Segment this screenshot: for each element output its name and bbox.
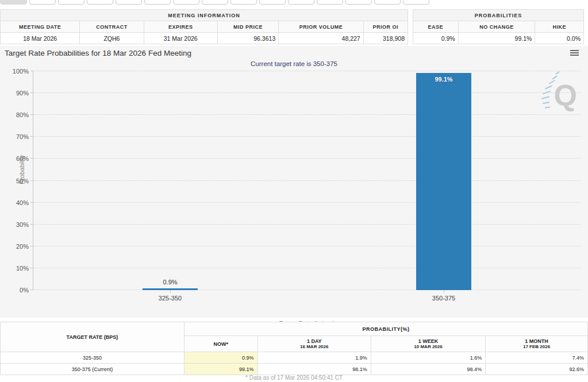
col-header-prior-oi: PRIOR OI bbox=[363, 21, 408, 33]
y-tick-label: 0% bbox=[1, 287, 29, 294]
gridline bbox=[33, 180, 581, 181]
meeting-information-title: MEETING INFORMATION bbox=[1, 10, 408, 21]
bar-value-label: 0.9% bbox=[143, 279, 198, 285]
hamburger-menu-icon[interactable] bbox=[570, 50, 579, 56]
day-cell: 1.9% bbox=[258, 352, 371, 364]
y-tick-label: 10% bbox=[1, 265, 29, 272]
y-tick-mark bbox=[30, 136, 33, 137]
top-tab[interactable] bbox=[58, 0, 84, 5]
y-tick-label: 30% bbox=[1, 221, 29, 228]
col-header-hike: HIKE bbox=[535, 21, 584, 33]
y-tick-mark bbox=[30, 202, 33, 203]
top-tab[interactable] bbox=[317, 0, 343, 5]
top-tab[interactable] bbox=[403, 0, 429, 5]
top-tab[interactable] bbox=[173, 0, 199, 5]
x-category-label: 350-375 bbox=[403, 295, 484, 302]
top-tab[interactable] bbox=[230, 0, 257, 5]
y-tick-mark bbox=[30, 114, 33, 115]
top-tab[interactable] bbox=[87, 0, 113, 5]
gridline bbox=[33, 92, 581, 93]
hike-value: 0.0% bbox=[535, 33, 584, 44]
gridline bbox=[33, 268, 581, 268]
col-header-meeting-date: MEETING DATE bbox=[1, 21, 80, 33]
month-cell: 92.6% bbox=[486, 364, 588, 375]
y-tick-mark bbox=[30, 246, 33, 246]
history-col-1day: 1 DAY16 MAR 2026 bbox=[258, 336, 371, 352]
x-tick-mark bbox=[170, 290, 171, 293]
col-header-ease: EASE bbox=[413, 21, 459, 33]
top-tab[interactable] bbox=[144, 0, 171, 5]
y-tick-label: 50% bbox=[1, 178, 29, 184]
top-tab[interactable] bbox=[259, 0, 286, 5]
col-header-mid-price: MID PRICE bbox=[217, 21, 278, 33]
gridline bbox=[33, 290, 581, 290]
bar-value-label: 99.1% bbox=[416, 76, 471, 83]
col-header-contract: CONTRACT bbox=[80, 21, 144, 33]
top-tab[interactable] bbox=[374, 0, 401, 5]
y-tick-mark bbox=[30, 224, 33, 225]
col-header-prior-volume: PRIOR VOLUME bbox=[279, 21, 363, 33]
y-tick-label: 20% bbox=[1, 243, 29, 250]
meeting-date-value: 18 Mar 2026 bbox=[1, 33, 80, 44]
col-header-no-change: NO CHANGE bbox=[458, 21, 535, 33]
top-tab-bar bbox=[0, 0, 588, 5]
gridline bbox=[33, 246, 581, 246]
probabilities-title: PROBABILITIES bbox=[413, 10, 584, 21]
y-tick-mark bbox=[30, 268, 33, 268]
probability-bar[interactable]: 99.1% bbox=[416, 73, 471, 290]
day-cell: 98.1% bbox=[258, 364, 371, 375]
prior-oi-value: 318,908 bbox=[363, 33, 408, 44]
meeting-information-table: MEETING INFORMATION MEETING DATE CONTRAC… bbox=[0, 9, 408, 44]
y-tick-label: 40% bbox=[1, 199, 29, 206]
probabilities-table: PROBABILITIES EASE NO CHANGE HIKE 0.9% 9… bbox=[413, 9, 584, 44]
top-tab-strip bbox=[0, 0, 588, 5]
expires-value: 31 Mar 2026 bbox=[144, 33, 217, 44]
top-tab[interactable] bbox=[29, 0, 56, 5]
x-category-label: 325-350 bbox=[130, 295, 210, 302]
y-tick-label: 80% bbox=[1, 111, 29, 118]
gridline bbox=[33, 136, 581, 137]
history-table: TARGET RATE (BPS) PROBABILITY(%) NOW* 1 … bbox=[0, 322, 588, 375]
now-cell: 0.9% bbox=[184, 352, 258, 364]
gridline bbox=[33, 224, 581, 225]
plot-area: Probability Target Rate (in bps) 0%10%20… bbox=[33, 71, 581, 290]
top-tab[interactable] bbox=[202, 0, 228, 5]
prior-volume-value: 48,227 bbox=[279, 33, 363, 44]
gridline bbox=[33, 202, 581, 203]
probabilities-panel: PROBABILITIES EASE NO CHANGE HIKE 0.9% 9… bbox=[413, 9, 584, 44]
y-tick-label: 60% bbox=[1, 155, 29, 162]
contract-value: ZQH6 bbox=[80, 33, 144, 44]
history-col-1month: 1 MONTH17 FEB 2026 bbox=[486, 336, 588, 352]
col-header-expires: EXPIRES bbox=[144, 21, 217, 33]
history-group-header: PROBABILITY(%) bbox=[184, 322, 587, 336]
history-col-now: NOW* bbox=[184, 336, 258, 352]
y-tick-label: 90% bbox=[1, 90, 29, 97]
x-tick-mark bbox=[444, 290, 444, 293]
gridline bbox=[33, 158, 581, 159]
top-tab[interactable] bbox=[116, 0, 142, 5]
y-tick-mark bbox=[30, 180, 33, 181]
top-tab[interactable] bbox=[288, 0, 314, 5]
now-cell: 99.1% bbox=[184, 364, 258, 375]
month-cell: 7.4% bbox=[486, 352, 588, 364]
ease-value: 0.9% bbox=[413, 33, 459, 44]
y-tick-mark bbox=[30, 158, 33, 159]
gridline bbox=[33, 71, 581, 71]
meeting-information-panel: MEETING INFORMATION MEETING DATE CONTRAC… bbox=[0, 9, 408, 44]
table-row: 325-350 0.9% 1.9% 1.6% 7.4% bbox=[1, 352, 588, 364]
gridline bbox=[33, 114, 581, 115]
week-cell: 98.4% bbox=[371, 364, 485, 375]
top-tab[interactable] bbox=[345, 0, 372, 5]
top-tab[interactable] bbox=[0, 0, 27, 5]
rate-cell: 350-375 (Current) bbox=[1, 364, 185, 375]
y-tick-mark bbox=[30, 92, 33, 93]
mid-price-value: 96.3613 bbox=[217, 33, 278, 44]
table-row: 350-375 (Current) 99.1% 98.1% 98.4% 92.6… bbox=[1, 364, 588, 375]
rate-cell: 325-350 bbox=[1, 352, 185, 364]
history-rate-header: TARGET RATE (BPS) bbox=[1, 322, 185, 352]
week-cell: 1.6% bbox=[371, 352, 485, 364]
no-change-value: 99.1% bbox=[458, 33, 535, 44]
data-as-of-note: * Data as of 17 Mar 2026 04:50:41 CT bbox=[0, 375, 588, 381]
y-tick-mark bbox=[30, 71, 33, 71]
chart-subtitle: Current target rate is 350-375 bbox=[0, 60, 588, 67]
